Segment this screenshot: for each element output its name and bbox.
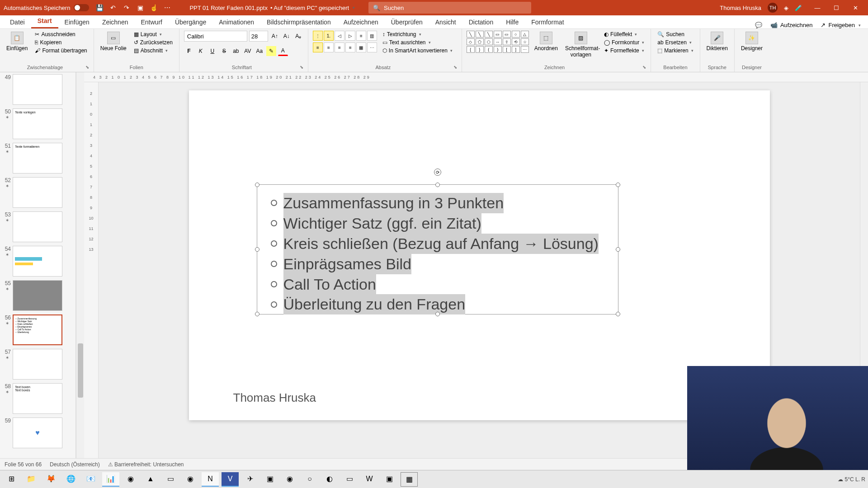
tab-animationen[interactable]: Animationen (212, 16, 260, 28)
thumbnail-52[interactable] (13, 177, 62, 208)
obs-icon[interactable]: ◉ (281, 472, 298, 487)
slide-canvas[interactable]: ⟳ Zusammenfassung in 3 Punkten Wichtiger… (189, 90, 770, 420)
italic-button[interactable]: K (196, 46, 206, 56)
app6-icon[interactable]: ◐ (321, 472, 338, 487)
tab-aufzeichnen[interactable]: Aufzeichnen (337, 16, 385, 28)
tab-formformat[interactable]: Formformat (525, 16, 570, 28)
font-launcher[interactable]: ⬊ (300, 65, 303, 71)
app-icon[interactable]: ◉ (122, 472, 139, 487)
paragraph-launcher[interactable]: ⬊ (453, 65, 457, 71)
experiment-icon[interactable]: 🧪 (795, 5, 802, 11)
arrange-button[interactable]: ⬚Anordnen (533, 31, 560, 52)
tab-datei[interactable]: Datei (4, 16, 31, 28)
outlook-icon[interactable]: 📧 (82, 472, 99, 487)
bullet-item-3[interactable]: Kreis schließen (Bezug auf Anfang → Lösu… (271, 234, 604, 254)
thumbnail-56[interactable]: ○ Zusammenfassung○ Wichtiger Satz○ Kreis… (13, 314, 62, 345)
content-textbox[interactable]: ⟳ Zusammenfassung in 3 Punkten Wichtiger… (257, 184, 618, 314)
align-left-button[interactable]: ≡ (313, 42, 323, 52)
tab-ueberpruefen[interactable]: Überprüfen (385, 16, 429, 28)
columns-button[interactable]: ▥ (367, 31, 377, 41)
visio-icon[interactable]: V (222, 472, 239, 487)
text-direction-button[interactable]: ↕Textrichtung▾ (381, 31, 454, 38)
bullet-item-5[interactable]: Call To Action (271, 274, 604, 295)
decrease-font-button[interactable]: A↓ (282, 31, 292, 41)
tab-dictation[interactable]: Dictation (462, 16, 500, 28)
thumbnail-54[interactable] (13, 246, 62, 277)
replace-button[interactable]: abErsetzen▾ (656, 39, 695, 46)
tab-bildschirmpraesentation[interactable]: Bildschirmpräsentation (260, 16, 337, 28)
font-color-button[interactable]: A (278, 46, 288, 56)
thumbnail-50[interactable]: Texte vorlegen (13, 108, 62, 139)
handle-tc[interactable] (435, 183, 440, 187)
explorer-icon[interactable]: 📁 (23, 472, 40, 487)
align-center-button[interactable]: ≡ (324, 42, 334, 52)
designer-button[interactable]: ✨Designer (739, 31, 764, 52)
handle-mr[interactable] (616, 247, 620, 252)
handle-tl[interactable] (255, 183, 259, 187)
font-family-select[interactable]: Calibri (184, 31, 247, 42)
bullets-button[interactable]: ⋮ (313, 31, 323, 41)
numbering-button[interactable]: 1. (324, 31, 334, 41)
paste-button[interactable]: 📋 Einfügen (5, 31, 29, 52)
tab-zeichnen[interactable]: Zeichnen (96, 16, 135, 28)
underline-button[interactable]: U (208, 46, 217, 56)
app4-icon[interactable]: ▣ (261, 472, 278, 487)
handle-bl[interactable] (255, 312, 259, 316)
thumbnail-55[interactable] (13, 280, 62, 311)
app5-icon[interactable]: ○ (301, 472, 318, 487)
effects-button[interactable]: ✦Formeffekte▾ (602, 47, 646, 54)
align-text-button[interactable]: ▭Text ausrichten▾ (381, 39, 454, 46)
columns2-button[interactable]: ▦ (356, 42, 366, 52)
rewards-icon[interactable]: ◈ (784, 5, 788, 11)
handle-tr[interactable] (616, 183, 620, 187)
user-avatar[interactable]: TH (768, 3, 778, 13)
bullet-item-1[interactable]: Zusammenfassung in 3 Punkten (271, 193, 604, 213)
thumbnail-59[interactable]: ♥ (13, 418, 62, 448)
clear-format-button[interactable]: Aᵩ (293, 31, 303, 41)
weather-widget[interactable]: ☁ 5°C L. R (838, 476, 865, 483)
doc-dropdown-icon[interactable]: ▾ (353, 5, 355, 10)
maximize-button[interactable]: ☐ (827, 1, 845, 14)
dictate-button[interactable]: 🎤Diktieren (705, 31, 730, 52)
tab-hilfe[interactable]: Hilfe (500, 16, 525, 28)
thumbnail-57[interactable] (13, 349, 62, 380)
search-box[interactable]: 🔍 Suchen (368, 2, 531, 14)
clipboard-launcher[interactable]: ⬊ (85, 65, 89, 71)
increase-indent-button[interactable]: ▷ (345, 31, 355, 41)
app7-icon[interactable]: ▭ (341, 472, 358, 487)
autosave-toggle[interactable] (74, 4, 89, 11)
find-button[interactable]: 🔍Suchen (656, 31, 695, 38)
strike-button[interactable]: S (219, 46, 229, 56)
shapes-gallery[interactable]: ╲╲╲▭▭○△ ◇⬠⬡↔⇧⟲☆ {}()[]⋯ (467, 31, 529, 53)
accessibility-checker[interactable]: ⚠ Barrierefreiheit: Untersuchen (108, 461, 184, 468)
powerpoint-icon[interactable]: 📊 (102, 472, 119, 487)
copy-button[interactable]: ⎘Kopieren (33, 39, 89, 46)
comments-icon[interactable]: 💬 (755, 22, 762, 28)
share-button[interactable]: ↗Freigeben▾ (821, 22, 861, 28)
qat-more-icon[interactable]: ⋯ (163, 4, 171, 12)
handle-br[interactable] (616, 312, 620, 316)
layout-button[interactable]: ▦Layout▾ (132, 31, 175, 38)
telegram-icon[interactable]: ✈ (241, 472, 259, 487)
app2-icon[interactable]: ▭ (162, 472, 179, 487)
app3-icon[interactable]: ◉ (182, 472, 199, 487)
thumbnail-51[interactable]: Texte formatieren (13, 143, 62, 174)
start-button[interactable]: ⊞ (3, 472, 20, 487)
chrome-icon[interactable]: 🌐 (62, 472, 80, 487)
format-painter-button[interactable]: 🖌Format übertragen (33, 47, 89, 54)
rotate-handle[interactable]: ⟳ (434, 169, 441, 176)
word-icon[interactable]: W (361, 472, 378, 487)
smartart-button[interactable]: ⬡In SmartArt konvertieren▾ (381, 47, 454, 54)
vlc-icon[interactable]: ▲ (142, 472, 159, 487)
slide-counter[interactable]: Folie 56 von 66 (5, 461, 42, 468)
thumbnail-53[interactable] (13, 211, 62, 242)
select-button[interactable]: ⬚Markieren▾ (656, 47, 695, 54)
app8-icon[interactable]: ▣ (381, 472, 398, 487)
thumbnail-49[interactable] (13, 74, 62, 105)
firefox-icon[interactable]: 🦊 (42, 472, 60, 487)
section-button[interactable]: ▤Abschnitt▾ (132, 47, 175, 54)
quick-styles-button[interactable]: ▨Schnellformat-vorlagen (563, 31, 599, 59)
record-button[interactable]: 📹Aufzeichnen (770, 22, 813, 28)
reset-button[interactable]: ↺Zurücksetzen (132, 39, 175, 46)
highlight-button[interactable]: ✎ (266, 46, 276, 56)
